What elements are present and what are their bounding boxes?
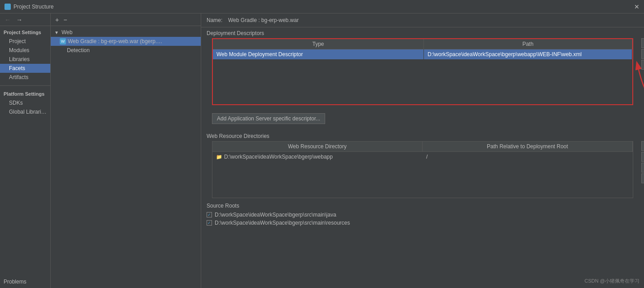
deployment-side-buttons: + − ✎ — [641, 38, 644, 70]
web-empty-area — [212, 162, 633, 198]
web-relative-header: Path Relative to Deployment Root — [423, 142, 633, 151]
name-row: Name: Web Gradle : bg-erp-web.war — [201, 13, 644, 27]
close-button[interactable]: ✕ — [634, 3, 640, 10]
name-label: Name: — [207, 17, 225, 23]
source-root-item-0: D:\workSpace\ideaWorkSpace\bgerp\src\mai… — [201, 211, 644, 219]
deployment-descriptors-label: Deployment Descriptors — [201, 27, 644, 38]
web-dir-path: D:\workSpace\ideaWorkSpace\bgerp\webapp — [224, 154, 333, 160]
platform-settings-section: Platform Settings SDKs Global Libraries — [0, 88, 50, 118]
source-roots-list: D:\workSpace\ideaWorkSpace\bgerp\src\mai… — [201, 211, 644, 227]
source-root-item-1: D:\workSpace\ideaWorkSpace\bgerp\src\mai… — [201, 219, 644, 227]
type-cell: Web Module Deployment Descriptor — [213, 49, 424, 59]
tree-web-label: Web — [62, 29, 72, 35]
source-root-checkbox-1[interactable] — [207, 220, 212, 226]
web-edit-button[interactable]: ✎ — [641, 163, 644, 173]
web-resource-wrapper: Web Resource Directory Path Relative to … — [207, 141, 639, 198]
tree-content: ▼ Web W Web Gradle : bg-erp-web.war (bge… — [51, 26, 201, 288]
web-resource-table: Web Resource Directory Path Relative to … — [212, 141, 633, 198]
sidebar-item-facets[interactable]: Facets — [0, 64, 50, 73]
sidebar-divider — [0, 85, 50, 86]
project-settings-label: Project Settings — [0, 28, 50, 37]
folder-icon: 📁 — [216, 154, 222, 160]
empty-area — [213, 59, 632, 104]
web-resource-label: Web Resource Directories — [201, 130, 644, 141]
sidebar-item-libraries[interactable]: Libraries — [0, 55, 50, 64]
web-dir-header: Web Resource Directory — [212, 142, 423, 151]
tree-toolbar: + − — [51, 13, 201, 26]
nav-toolbar: ← → — [0, 13, 50, 26]
tree-web-node[interactable]: ▼ Web — [51, 28, 201, 37]
tree-add-button[interactable]: + — [54, 16, 60, 23]
platform-settings-label: Platform Settings — [0, 89, 50, 98]
name-value: Web Gradle : bg-erp-web.war — [228, 17, 299, 23]
web-relative-cell: / — [423, 152, 633, 162]
tree-remove-button[interactable]: − — [62, 16, 68, 23]
project-settings-section: Project Settings Project Modules Librari… — [0, 26, 50, 84]
web-resource-header: Web Resource Directory Path Relative to … — [212, 142, 633, 152]
expand-icon: ▼ — [54, 30, 59, 35]
content-area: Deployment Descriptors Type Path Web Mod… — [201, 27, 644, 288]
web-dir-cell: 📁 D:\workSpace\ideaWorkSpace\bgerp\webap… — [212, 152, 423, 162]
middle-panel: + − ▼ Web W Web Gradle : bg-erp-web.war … — [51, 13, 201, 288]
web-side-buttons: + − ✎ ? — [641, 141, 644, 183]
watermark: CSDN @小猪佩奇在学习 — [585, 278, 640, 284]
table-header: Type Path — [213, 39, 632, 49]
table-row[interactable]: Web Module Deployment Descriptor D:\work… — [213, 49, 632, 59]
right-panel: Name: Web Gradle : bg-erp-web.war Deploy… — [201, 13, 644, 288]
forward-button[interactable]: → — [15, 16, 23, 23]
web-item-icon: W — [60, 38, 66, 44]
source-root-path-0: D:\workSpace\ideaWorkSpace\bgerp\src\mai… — [215, 212, 336, 218]
web-remove-button[interactable]: − — [641, 152, 644, 162]
tree-detection-item[interactable]: Detection — [51, 46, 201, 55]
source-roots-label: Source Roots — [201, 200, 644, 211]
tree-web-item[interactable]: W Web Gradle : bg-erp-web.war (bgerp.mai… — [51, 37, 201, 46]
window-title: Project Structure — [13, 4, 53, 10]
type-header: Type — [213, 39, 424, 49]
tree-web-item-label: Web Gradle : bg-erp-web.war (bgerp.main) — [68, 38, 167, 44]
app-icon — [4, 4, 11, 10]
sidebar-item-modules[interactable]: Modules — [0, 46, 50, 55]
back-button[interactable]: ← — [4, 16, 12, 23]
sidebar-item-global-libraries[interactable]: Global Libraries — [0, 107, 50, 116]
sidebar-item-project[interactable]: Project — [0, 37, 50, 46]
web-add-button[interactable]: + — [641, 141, 644, 151]
source-root-path-1: D:\workSpace\ideaWorkSpace\bgerp\src\mai… — [215, 220, 350, 226]
sidebar-item-problems[interactable]: Problems — [0, 277, 50, 286]
path-header: Path — [424, 39, 632, 49]
deployment-table: Type Path Web Module Deployment Descript… — [212, 38, 633, 105]
deployment-table-wrapper: Type Path Web Module Deployment Descript… — [207, 38, 639, 105]
deployment-add-button[interactable]: + — [641, 38, 644, 48]
add-server-button[interactable]: Add Application Server specific descript… — [212, 113, 325, 124]
sidebar-item-sdks[interactable]: SDKs — [0, 98, 50, 107]
web-help-button[interactable]: ? — [641, 173, 644, 183]
deployment-remove-button[interactable]: − — [641, 49, 644, 59]
add-server-wrapper: Add Application Server specific descript… — [201, 107, 644, 130]
title-bar: Project Structure ✕ — [0, 0, 644, 13]
problems-section: Problems — [0, 275, 50, 288]
sidebar-item-artifacts[interactable]: Artifacts — [0, 73, 50, 82]
deployment-edit-button[interactable]: ✎ — [641, 60, 644, 70]
path-cell: D:\workSpace\ideaWorkSpace\bgerp\webapp\… — [424, 49, 632, 59]
web-resource-row[interactable]: 📁 D:\workSpace\ideaWorkSpace\bgerp\webap… — [212, 152, 633, 162]
sidebar: ← → Project Settings Project Modules Lib… — [0, 13, 51, 288]
source-root-checkbox-0[interactable] — [207, 212, 212, 217]
